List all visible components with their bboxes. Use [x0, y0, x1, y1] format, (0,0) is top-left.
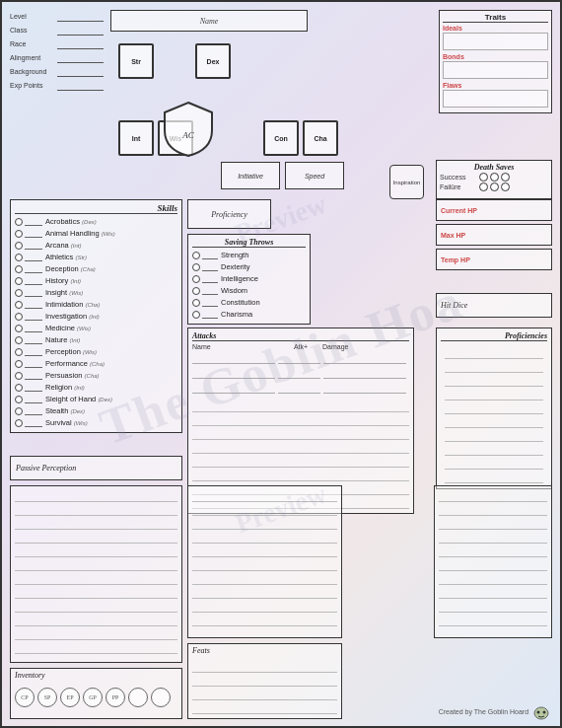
skill-circle-9[interactable] — [15, 325, 23, 332]
note-l-11[interactable] — [15, 626, 177, 640]
attack-damage-3[interactable] — [323, 382, 406, 394]
passive-perception-box[interactable]: Passive Perception — [10, 456, 182, 480]
note-c-7[interactable] — [192, 571, 337, 585]
attack-damage-2[interactable] — [323, 367, 406, 379]
attacks-note-line-5[interactable] — [192, 455, 409, 468]
skill-score-14[interactable] — [25, 383, 42, 392]
hit-dice-box[interactable]: Hit Dice — [436, 293, 552, 318]
name-box[interactable]: Name — [110, 10, 308, 32]
skill-score-2[interactable] — [25, 241, 42, 250]
failure-circle-1[interactable] — [479, 182, 488, 191]
inspiration-box[interactable]: Inspiration — [389, 165, 424, 199]
attack-atk-2[interactable] — [278, 367, 319, 379]
attacks-note-line-3[interactable] — [192, 427, 409, 440]
exp-input[interactable] — [57, 79, 104, 91]
skill-score-11[interactable] — [25, 347, 42, 356]
attack-row-3[interactable] — [192, 382, 409, 396]
skill-circle-16[interactable] — [15, 407, 23, 415]
coin-extra-2[interactable] — [151, 688, 171, 707]
note-l-10[interactable] — [15, 613, 177, 626]
attack-name-2[interactable] — [192, 367, 275, 379]
skill-circle-0[interactable] — [15, 218, 23, 226]
attacks-note-line-1[interactable] — [192, 400, 409, 412]
st-circle-1[interactable] — [192, 263, 200, 271]
coin-cp[interactable]: CP — [15, 688, 35, 707]
success-circle-2[interactable] — [490, 173, 499, 182]
skill-score-12[interactable] — [25, 359, 42, 368]
skill-circle-12[interactable] — [15, 360, 23, 368]
prof-line-6[interactable] — [445, 414, 543, 428]
attacks-note-line-2[interactable] — [192, 413, 409, 426]
skill-circle-17[interactable] — [15, 419, 23, 427]
skill-score-1[interactable] — [25, 229, 42, 238]
prof-line-8[interactable] — [445, 442, 543, 456]
con-box[interactable]: Con — [263, 120, 299, 156]
note-c-10[interactable] — [192, 613, 337, 626]
attack-atk-3[interactable] — [278, 382, 319, 394]
failure-circle-2[interactable] — [490, 182, 499, 191]
proficiency-box[interactable]: Proficiency — [187, 199, 271, 229]
ac-shield[interactable]: AC — [163, 101, 214, 160]
attack-row-1[interactable] — [192, 352, 409, 366]
attack-damage-1[interactable] — [323, 352, 406, 364]
skill-circle-11[interactable] — [15, 348, 23, 356]
note-r-6[interactable] — [439, 557, 547, 571]
note-r-10[interactable] — [439, 613, 547, 626]
note-c-6[interactable] — [192, 557, 337, 571]
success-circle-1[interactable] — [479, 173, 488, 182]
note-c-5[interactable] — [192, 544, 337, 557]
prof-line-2[interactable] — [445, 359, 543, 373]
note-l-7[interactable] — [15, 571, 177, 585]
note-r-1[interactable] — [439, 488, 547, 502]
str-box[interactable]: Str — [118, 43, 154, 79]
prof-line-4[interactable] — [445, 387, 543, 400]
st-score-2[interactable] — [202, 274, 218, 283]
race-input[interactable] — [57, 37, 104, 49]
coin-gp[interactable]: GP — [83, 688, 103, 707]
current-hp-box[interactable]: Current HP — [436, 199, 552, 221]
flaws-input[interactable] — [443, 90, 548, 108]
feat-line-1[interactable] — [192, 659, 337, 673]
skill-circle-2[interactable] — [15, 242, 23, 250]
note-c-8[interactable] — [192, 585, 337, 599]
st-circle-4[interactable] — [192, 299, 200, 307]
skill-circle-3[interactable] — [15, 254, 23, 261]
prof-line-5[interactable] — [445, 400, 543, 414]
attack-row-2[interactable] — [192, 367, 409, 381]
dex-box[interactable]: Dex — [195, 43, 231, 79]
st-score-0[interactable] — [202, 251, 218, 259]
skill-circle-7[interactable] — [15, 301, 23, 309]
speed-box[interactable]: Speed — [285, 162, 344, 189]
st-score-4[interactable] — [202, 298, 218, 307]
coin-extra-1[interactable] — [128, 688, 148, 707]
skill-score-0[interactable] — [25, 217, 42, 226]
note-l-12[interactable] — [15, 640, 177, 654]
alignment-input[interactable] — [57, 51, 104, 63]
note-l-4[interactable] — [15, 530, 177, 544]
note-r-5[interactable] — [439, 544, 547, 557]
skill-circle-5[interactable] — [15, 277, 23, 285]
st-score-5[interactable] — [202, 310, 218, 319]
skill-score-6[interactable] — [25, 288, 42, 297]
note-l-1[interactable] — [15, 488, 177, 502]
skill-circle-13[interactable] — [15, 372, 23, 380]
feat-line-4[interactable] — [192, 700, 337, 714]
coin-pp[interactable]: PP — [105, 688, 125, 707]
note-l-3[interactable] — [15, 516, 177, 530]
st-circle-0[interactable] — [192, 252, 200, 259]
note-c-9[interactable] — [192, 599, 337, 613]
skill-score-13[interactable] — [25, 371, 42, 380]
note-c-3[interactable] — [192, 516, 337, 530]
skill-circle-14[interactable] — [15, 384, 23, 392]
st-circle-3[interactable] — [192, 287, 200, 295]
skill-score-4[interactable] — [25, 264, 42, 273]
note-r-2[interactable] — [439, 502, 547, 516]
int-box[interactable]: Int — [118, 120, 154, 156]
feat-line-2[interactable] — [192, 673, 337, 687]
prof-line-1[interactable] — [445, 345, 543, 359]
attacks-note-line-4[interactable] — [192, 441, 409, 454]
class-input[interactable] — [57, 24, 104, 36]
skill-score-17[interactable] — [25, 418, 42, 427]
failure-circle-3[interactable] — [501, 182, 510, 191]
max-hp-box[interactable]: Max HP — [436, 224, 552, 246]
